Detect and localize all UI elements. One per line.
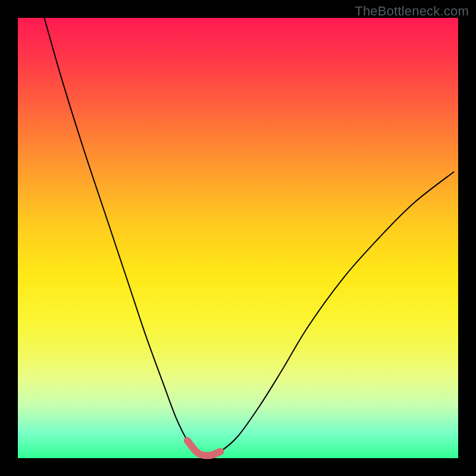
bottleneck-curve-svg xyxy=(18,18,458,458)
watermark-text: TheBottleneck.com xyxy=(355,4,469,19)
highlight-segment-path xyxy=(187,440,221,455)
bottleneck-curve-path xyxy=(44,18,453,456)
chart-plot-area xyxy=(18,18,458,458)
